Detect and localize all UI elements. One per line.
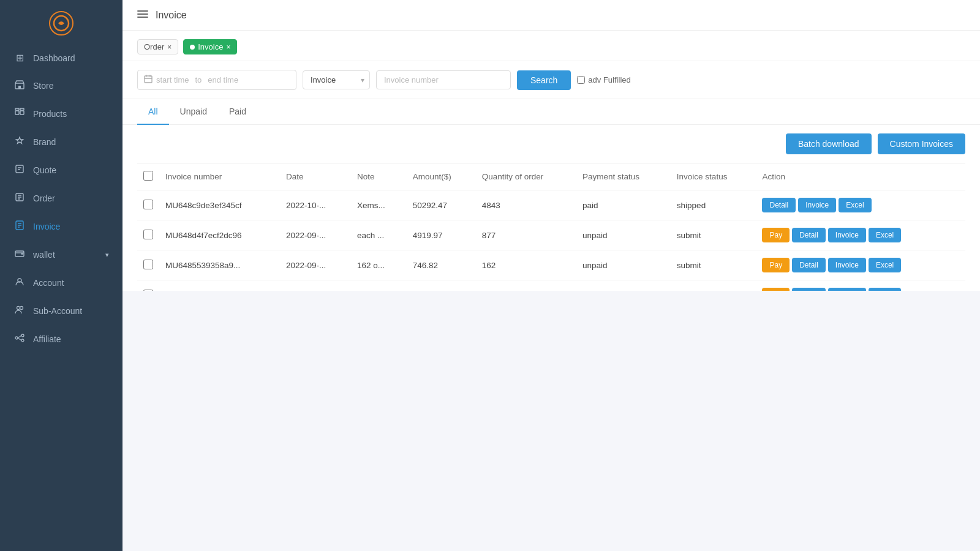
end-time-placeholder: end time xyxy=(208,75,238,84)
quote-icon xyxy=(13,164,26,176)
col-payment-status: Payment status xyxy=(576,163,671,190)
invoice-button[interactable]: Invoice xyxy=(798,198,836,212)
bottom-area xyxy=(123,291,980,551)
row-checkbox[interactable] xyxy=(143,200,153,209)
sidebar-item-quote[interactable]: Quote xyxy=(0,156,123,184)
invoice-icon xyxy=(13,220,26,233)
invoice-tag-close[interactable]: × xyxy=(226,43,230,51)
col-date: Date xyxy=(280,163,351,190)
detail-button[interactable]: Detail xyxy=(792,258,826,272)
col-invoice-status: Invoice status xyxy=(671,163,756,190)
cell-action: PayDetailInvoiceExcel xyxy=(756,250,965,280)
account-icon xyxy=(13,277,26,289)
page-title: Invoice xyxy=(156,10,187,21)
detail-button[interactable]: Detail xyxy=(792,228,826,242)
cell-invoice-status: submit xyxy=(671,250,756,280)
brand-icon xyxy=(13,136,26,148)
cell-amount: 746.82 xyxy=(407,250,476,280)
sidebar-item-wallet[interactable]: wallet ▾ xyxy=(0,241,123,269)
sidebar-item-store[interactable]: Store xyxy=(0,72,123,100)
svg-point-15 xyxy=(15,337,18,339)
adv-fulfilled-checkbox[interactable] xyxy=(577,76,585,84)
excel-button[interactable]: Excel xyxy=(869,228,901,242)
tag-bar: Order × Invoice × xyxy=(123,31,980,61)
to-label: to xyxy=(195,75,202,84)
svg-rect-7 xyxy=(16,165,23,173)
col-quantity: Quantity of order xyxy=(476,163,576,190)
content-area: Order × Invoice × start time to end time… xyxy=(123,31,980,291)
cell-date: 2022-09-... xyxy=(280,220,351,250)
cell-note: Xems... xyxy=(351,190,407,220)
tab-unpaid[interactable]: Unpaid xyxy=(169,99,218,125)
cell-invoice-status: submit xyxy=(671,220,756,250)
sidebar-item-label: Order xyxy=(33,193,109,203)
svg-rect-6 xyxy=(20,108,24,110)
svg-rect-18 xyxy=(145,76,152,83)
cell-note: each ... xyxy=(351,220,407,250)
cell-quantity: 4843 xyxy=(476,190,576,220)
sidebar: ⊞ Dashboard Store Products Brand Quote xyxy=(0,0,123,551)
row-checkbox[interactable] xyxy=(143,260,153,269)
sub-account-icon xyxy=(13,305,26,317)
col-amount: Amount($) xyxy=(407,163,476,190)
detail-button[interactable]: Detail xyxy=(762,198,796,212)
invoice-tag-label: Invoice xyxy=(198,42,223,51)
cell-payment-status: unpaid xyxy=(576,280,671,291)
row-checkbox[interactable] xyxy=(143,230,153,239)
invoice-type-select[interactable]: Invoice xyxy=(303,70,370,89)
sidebar-item-dashboard[interactable]: ⊞ Dashboard xyxy=(0,44,123,72)
cell-payment-status: paid xyxy=(576,190,671,220)
svg-point-17 xyxy=(21,339,24,342)
cell-invoice-number: MU6485fea77e7ef7f xyxy=(159,280,280,291)
invoice-button[interactable]: Invoice xyxy=(828,258,866,272)
invoice-table: Invoice number Date Note Amount($) Quant… xyxy=(137,163,965,291)
sidebar-item-products[interactable]: Products xyxy=(0,100,123,128)
cell-invoice-status: approved xyxy=(671,280,756,291)
svg-point-13 xyxy=(17,307,20,310)
sidebar-item-invoice[interactable]: Invoice xyxy=(0,212,123,241)
date-range[interactable]: start time to end time xyxy=(137,70,296,90)
sidebar-item-label: Affiliate xyxy=(33,334,109,344)
pay-button[interactable]: Pay xyxy=(762,258,790,272)
invoice-table-wrap: Invoice number Date Note Amount($) Quant… xyxy=(123,163,980,291)
sidebar-item-sub-account[interactable]: Sub-Account xyxy=(0,297,123,325)
cell-action: DetailInvoiceExcel xyxy=(756,190,965,220)
invoice-button[interactable]: Invoice xyxy=(828,228,866,242)
cell-amount: 50292.47 xyxy=(407,190,476,220)
sidebar-item-brand[interactable]: Brand xyxy=(0,128,123,156)
adv-fulfilled-check[interactable]: adv Fulfilled xyxy=(577,75,630,84)
store-icon xyxy=(13,80,26,92)
tab-all[interactable]: All xyxy=(137,99,169,125)
select-all-checkbox[interactable] xyxy=(143,171,153,181)
sidebar-item-label: Store xyxy=(33,81,109,91)
menu-icon[interactable] xyxy=(137,9,148,21)
invoice-number-input[interactable] xyxy=(376,70,511,89)
cell-note: each ... xyxy=(351,280,407,291)
svg-rect-4 xyxy=(20,111,24,114)
sidebar-item-order[interactable]: Order xyxy=(0,184,123,212)
tab-paid[interactable]: Paid xyxy=(218,99,257,125)
cell-action: PayDetailInvoiceExcel xyxy=(756,280,965,291)
cell-amount: 4919.97 xyxy=(407,220,476,250)
chevron-down-icon: ▾ xyxy=(105,251,109,259)
excel-button[interactable]: Excel xyxy=(839,198,871,212)
batch-download-button[interactable]: Batch download xyxy=(786,133,872,154)
sidebar-item-account[interactable]: Account xyxy=(0,269,123,297)
pay-button[interactable]: Pay xyxy=(762,228,790,242)
order-tag[interactable]: Order × xyxy=(137,39,178,54)
invoice-tag[interactable]: Invoice × xyxy=(183,39,237,54)
cell-quantity: 162 xyxy=(476,250,576,280)
svg-rect-5 xyxy=(15,108,19,110)
sidebar-item-label: Brand xyxy=(33,137,109,147)
cell-invoice-number: MU6485539358a9... xyxy=(159,250,280,280)
excel-button[interactable]: Excel xyxy=(869,258,901,272)
cell-action: PayDetailInvoiceExcel xyxy=(756,220,965,250)
start-time-placeholder: start time xyxy=(156,75,189,84)
custom-invoices-button[interactable]: Custom Invoices xyxy=(878,133,965,154)
sidebar-item-affiliate[interactable]: Affiliate xyxy=(0,325,123,353)
order-tag-close[interactable]: × xyxy=(167,43,172,51)
col-action: Action xyxy=(756,163,965,190)
search-button[interactable]: Search xyxy=(517,70,571,90)
table-row: MU648c9de3ef345cf2022-10-...Xems...50292… xyxy=(137,190,965,220)
cell-quantity: 929 xyxy=(476,280,576,291)
